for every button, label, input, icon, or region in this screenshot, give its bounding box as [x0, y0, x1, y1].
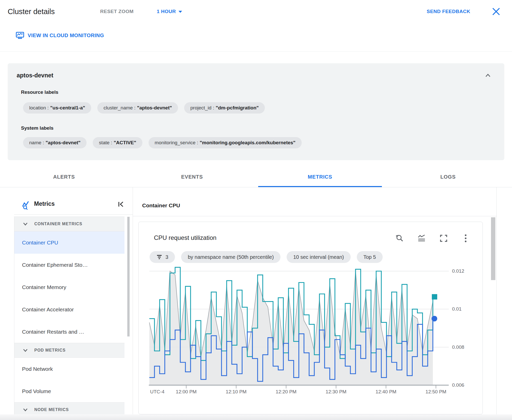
teal-series-end-marker: [432, 294, 437, 300]
blue-series-end-marker: [432, 316, 437, 321]
x-axis-ticks: [186, 385, 436, 388]
cluster-details-panel: Cluster details RESET ZOOM 1 HOUR SEND F…: [0, 0, 512, 420]
cpu-request-utilization-plot[interactable]: [0, 0, 512, 420]
chart-region: 0.0120.010.0080.006 UTC-412:00 PM12:10 P…: [0, 0, 512, 420]
bottom-edge-shadow: [0, 414, 512, 420]
